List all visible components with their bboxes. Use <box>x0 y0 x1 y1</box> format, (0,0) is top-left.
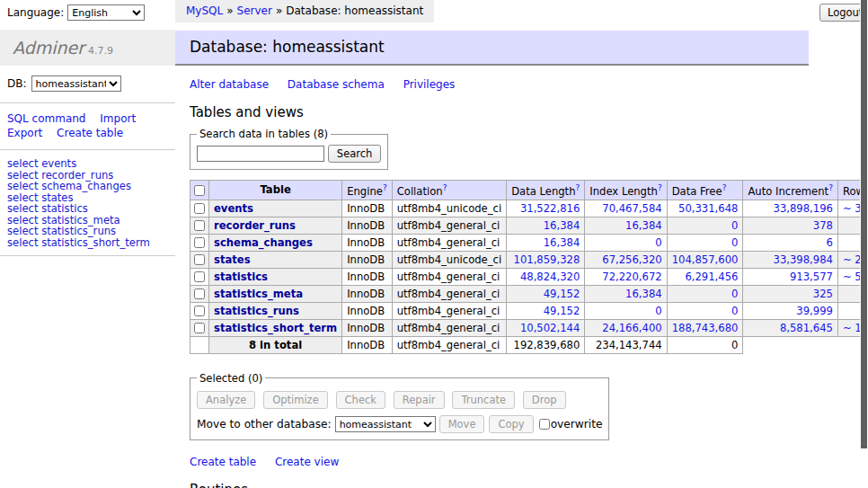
total-data-length: 192,839,680 <box>507 336 585 353</box>
vertical-scrollbar-track[interactable] <box>860 0 868 488</box>
breadcrumb-link-server[interactable]: Server <box>237 4 272 17</box>
auto-increment-link[interactable]: 39,999 <box>796 305 833 317</box>
row-checkbox[interactable] <box>194 306 205 316</box>
auto-increment-link[interactable]: 378 <box>813 219 833 232</box>
index-length-link[interactable]: 16,384 <box>625 288 662 300</box>
select-all-checkbox[interactable] <box>194 185 205 196</box>
table-link[interactable]: recorder_runs <box>214 219 296 232</box>
sidebar-link-create-table[interactable]: Create table <box>57 127 123 139</box>
sidebar-item-select-schema-changes[interactable]: select schema_changes <box>7 181 168 192</box>
index-length-link[interactable]: 0 <box>655 236 661 249</box>
data-free-link[interactable]: 0 <box>731 236 738 249</box>
row-checkbox[interactable] <box>194 237 205 248</box>
analyze-button[interactable]: Analyze <box>197 391 255 409</box>
move-button[interactable]: Move <box>439 415 485 433</box>
table-row: statistics_meta InnoDB utf8mb4_general_c… <box>190 285 868 302</box>
help-icon[interactable]: ? <box>658 183 662 192</box>
engine-cell: InnoDB <box>342 302 393 319</box>
sidebar-item-select-statistics-short-term[interactable]: select statistics_short_term <box>7 237 168 249</box>
help-icon[interactable]: ? <box>383 183 387 192</box>
data-length-link[interactable]: 49,152 <box>544 288 580 300</box>
table-row: statistics InnoDB utf8mb4_general_ci 48,… <box>190 268 868 285</box>
privileges-link[interactable]: Privileges <box>403 78 456 91</box>
language-select[interactable]: English <box>67 4 145 21</box>
row-checkbox[interactable] <box>194 323 205 333</box>
repair-button[interactable]: Repair <box>394 391 445 409</box>
alter-database-link[interactable]: Alter database <box>190 78 269 91</box>
table-link[interactable]: schema_changes <box>214 236 313 249</box>
help-icon[interactable]: ? <box>722 183 727 192</box>
data-free-link[interactable]: 0 <box>731 288 738 300</box>
check-button[interactable]: Check <box>336 391 385 409</box>
create-table-link[interactable]: Create table <box>190 456 256 468</box>
search-button[interactable]: Search <box>328 145 382 163</box>
sidebar-item-select-statistics-runs[interactable]: select statistics_runs <box>7 226 168 237</box>
index-length-link[interactable]: 67,256,320 <box>602 253 661 266</box>
table-link[interactable]: events <box>214 202 253 215</box>
data-length-link[interactable]: 10,502,144 <box>520 322 580 334</box>
db-select[interactable]: homeassistant <box>31 75 121 92</box>
sidebar-link-import[interactable]: Import <box>100 112 136 125</box>
sidebar-item-select-events[interactable]: select events <box>7 158 168 170</box>
data-free-link[interactable]: 0 <box>731 305 738 317</box>
data-length-link[interactable]: 101,859,328 <box>514 253 580 266</box>
data-length-link[interactable]: 16,384 <box>544 236 580 249</box>
move-database-select[interactable]: homeassistant <box>335 416 436 432</box>
collation-cell: utf8mb4_general_ci <box>392 319 506 336</box>
vertical-scrollbar-thumb[interactable] <box>861 0 867 448</box>
data-free-link[interactable]: 0 <box>731 219 738 232</box>
auto-increment-link[interactable]: 33,398,984 <box>774 253 833 266</box>
row-checkbox[interactable] <box>194 254 205 265</box>
copy-button[interactable]: Copy <box>489 415 533 433</box>
help-icon[interactable]: ? <box>576 183 580 192</box>
app-logo: Adminer4.7.9 <box>0 30 175 66</box>
search-input[interactable] <box>197 146 324 162</box>
help-icon[interactable]: ? <box>828 183 833 192</box>
table-link[interactable]: statistics_short_term <box>214 322 337 334</box>
truncate-button[interactable]: Truncate <box>452 391 515 409</box>
data-length-link[interactable]: 49,152 <box>544 305 580 317</box>
auto-increment-link[interactable]: 913,577 <box>790 271 833 283</box>
data-length-link[interactable]: 31,522,816 <box>520 202 580 215</box>
row-checkbox[interactable] <box>194 203 205 214</box>
create-view-link[interactable]: Create view <box>275 456 339 468</box>
column-header-table: Table <box>209 181 342 200</box>
sidebar-link-sql-command[interactable]: SQL command <box>7 112 85 125</box>
database-schema-link[interactable]: Database schema <box>288 78 385 91</box>
row-checkbox[interactable] <box>194 288 205 299</box>
data-free-link[interactable]: 50,331,648 <box>678 202 738 215</box>
data-free-link[interactable]: 104,857,600 <box>672 253 739 266</box>
index-length-link[interactable]: 16,384 <box>625 219 662 232</box>
collation-cell: utf8mb4_general_ci <box>392 285 506 302</box>
index-length-link[interactable]: 72,220,672 <box>602 271 661 283</box>
data-length-link[interactable]: 48,824,320 <box>520 271 580 283</box>
row-checkbox[interactable] <box>194 220 205 231</box>
table-link[interactable]: statistics <box>214 271 268 283</box>
data-free-link[interactable]: 6,291,456 <box>685 271 738 283</box>
table-link[interactable]: statistics_runs <box>214 305 299 317</box>
row-checkbox[interactable] <box>194 271 205 282</box>
index-length-link[interactable]: 70,467,584 <box>602 202 661 215</box>
app-title: Adminer <box>13 38 84 58</box>
table-header-row: Table Engine? Collation? Data Length? In… <box>190 181 868 200</box>
auto-increment-link[interactable]: 6 <box>827 236 833 249</box>
engine-cell: InnoDB <box>342 200 393 217</box>
auto-increment-link[interactable]: 8,581,645 <box>780 322 833 334</box>
overwrite-checkbox[interactable] <box>539 419 550 430</box>
table-link[interactable]: statistics_meta <box>214 288 303 300</box>
drop-button[interactable]: Drop <box>523 391 566 409</box>
table-row: statistics_runs InnoDB utf8mb4_general_c… <box>190 302 868 319</box>
data-length-link[interactable]: 16,384 <box>544 219 580 232</box>
data-free-link[interactable]: 188,743,680 <box>672 322 739 334</box>
index-length-link[interactable]: 0 <box>655 305 661 317</box>
sidebar-item-select-statistics[interactable]: select statistics <box>7 203 168 215</box>
optimize-button[interactable]: Optimize <box>263 391 328 409</box>
index-length-link[interactable]: 24,166,400 <box>602 322 661 334</box>
auto-increment-link[interactable]: 325 <box>813 288 833 300</box>
table-row: recorder_runs InnoDB utf8mb4_general_ci … <box>190 217 868 234</box>
sidebar-link-export[interactable]: Export <box>7 127 42 139</box>
help-icon[interactable]: ? <box>443 183 447 192</box>
breadcrumb-link-mysql[interactable]: MySQL <box>186 4 223 17</box>
table-link[interactable]: states <box>214 253 251 266</box>
auto-increment-link[interactable]: 33,898,196 <box>774 202 833 215</box>
